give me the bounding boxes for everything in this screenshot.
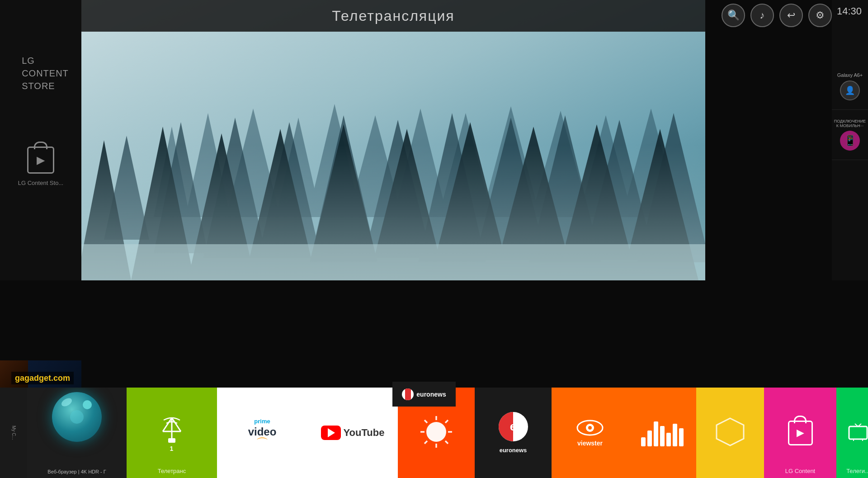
- svg-marker-18: [364, 120, 432, 258]
- svg-marker-27: [244, 129, 316, 280]
- svg-marker-23: [637, 113, 705, 262]
- svg-rect-40: [168, 438, 175, 443]
- back-button[interactable]: ↩: [779, 4, 803, 27]
- mobile-connect-icon: 📱: [840, 131, 860, 151]
- svg-marker-21: [529, 115, 601, 262]
- app-deezer[interactable]: [628, 388, 696, 478]
- viewster-icon: viewster: [576, 419, 604, 447]
- svg-marker-26: [188, 133, 255, 280]
- svg-marker-30: [429, 122, 511, 280]
- time-display: 14:30: [837, 5, 862, 17]
- sun-icon: [418, 414, 454, 452]
- svg-marker-8: [439, 113, 493, 217]
- lgcontent-label: LG Content: [764, 468, 836, 474]
- svg-marker-11: [579, 115, 633, 217]
- app-browser[interactable]: Веб-браузер | 4K HDR - Г: [27, 388, 127, 478]
- svg-marker-9: [481, 106, 540, 217]
- svg-marker-32: [556, 124, 637, 280]
- svg-marker-53: [717, 418, 744, 445]
- amazon-logo: prime video ⌒: [248, 388, 277, 478]
- app-teletranz[interactable]: 1 Телетранс: [127, 388, 217, 478]
- watermark-text: gagadget.com: [11, 372, 74, 384]
- left-sidebar: LG CONTENT STORE ▶ LG Content Sto...: [0, 0, 81, 280]
- mobile-connect-item[interactable]: ПОДКЛЮЧЕНИЕ К МОБИЛЬН··· 📱: [832, 110, 868, 160]
- svg-rect-34: [81, 145, 705, 280]
- svg-marker-28: [305, 124, 382, 280]
- svg-marker-29: [368, 129, 445, 280]
- page-title: Телетрансляция: [332, 8, 454, 24]
- svg-point-52: [588, 426, 592, 430]
- store-bag-icon: ▶: [27, 147, 54, 174]
- mychannel-label: My C...: [11, 426, 16, 440]
- euronews-circle-icon: e: [499, 412, 528, 441]
- svg-marker-33: [622, 129, 698, 280]
- device-notification[interactable]: Galaxy A6+ 👤: [832, 63, 868, 110]
- svg-rect-54: [849, 426, 867, 439]
- svg-line-49: [425, 441, 427, 444]
- svg-marker-24: [81, 140, 131, 280]
- svg-marker-14: [154, 122, 208, 253]
- app-tvlive[interactable]: Телеги...: [836, 388, 868, 478]
- search-button[interactable]: 🔍: [722, 4, 745, 27]
- back-icon: ↩: [787, 9, 795, 21]
- app-lgcontent[interactable]: ▶ LG Content: [764, 388, 836, 478]
- mobile-connect-text: ПОДКЛЮЧЕНИЕ К МОБИЛЬН···: [832, 119, 868, 128]
- app-amazon[interactable]: prime video ⌒: [217, 388, 307, 478]
- svg-marker-7: [393, 109, 448, 217]
- svg-marker-19: [418, 113, 486, 262]
- svg-marker-25: [131, 127, 194, 280]
- svg-point-41: [426, 422, 446, 442]
- device-avatar: 👤: [840, 80, 860, 100]
- top-right-controls: 🔍 ♪ ↩ ⚙: [722, 4, 832, 27]
- svg-marker-10: [531, 111, 590, 217]
- svg-line-48: [445, 420, 448, 423]
- header-bar: Телетрансляция: [81, 0, 705, 32]
- svg-marker-17: [310, 115, 377, 262]
- svg-marker-2: [185, 113, 231, 217]
- browser-label: Веб-браузер | 4K HDR - Г: [27, 469, 127, 474]
- svg-marker-5: [307, 104, 362, 217]
- geo-hexagon-icon: [714, 416, 746, 450]
- music-icon: ♪: [760, 9, 765, 21]
- music-button[interactable]: ♪: [750, 4, 774, 27]
- watermark: gagadget.com: [11, 374, 74, 383]
- euronews-popup: euronews: [392, 382, 456, 407]
- store-bag-label: LG Content Sto...: [18, 180, 63, 186]
- lg-store-icon-area[interactable]: ▶ LG Content Sto...: [18, 147, 63, 186]
- tvlive-label: Телеги...: [836, 468, 868, 474]
- euronews-popup-logo: euronews: [402, 388, 446, 400]
- svg-marker-16: [258, 122, 321, 258]
- browser-bubble: [52, 392, 102, 442]
- app-mychannel[interactable]: My C...: [0, 388, 27, 478]
- youtube-logo: YouTube: [321, 388, 385, 478]
- app-youtube[interactable]: YouTube: [307, 388, 398, 478]
- lg-content-bag-icon: ▶: [788, 421, 813, 445]
- svg-marker-1: [154, 127, 190, 217]
- euronews-popup-text: euronews: [416, 391, 446, 398]
- deezer-bars-icon: [641, 419, 684, 446]
- svg-line-47: [445, 441, 448, 444]
- svg-rect-35: [81, 244, 705, 280]
- app-euronews[interactable]: e euronews: [475, 388, 552, 478]
- svg-line-46: [425, 420, 427, 423]
- svg-marker-15: [203, 118, 267, 258]
- svg-marker-4: [276, 118, 321, 217]
- svg-marker-31: [493, 127, 574, 280]
- device-name: Galaxy A6+: [835, 72, 865, 78]
- search-icon: 🔍: [727, 9, 740, 21]
- app-viewster[interactable]: viewster: [552, 388, 628, 478]
- tv-icon: [847, 423, 868, 443]
- right-sidebar: Galaxy A6+ 👤 ПОДКЛЮЧЕНИЕ К МОБИЛЬН··· 📱: [832, 0, 868, 280]
- antenna-icon: 1: [158, 413, 185, 452]
- euronews-label: euronews: [500, 447, 527, 454]
- svg-marker-20: [475, 118, 547, 260]
- svg-marker-13: [104, 136, 149, 240]
- svg-marker-22: [583, 120, 656, 260]
- svg-rect-0: [81, 0, 705, 280]
- settings-button[interactable]: ⚙: [808, 4, 832, 27]
- settings-icon: ⚙: [816, 9, 825, 21]
- app-geo[interactable]: [696, 388, 764, 478]
- svg-marker-6: [348, 115, 402, 217]
- svg-marker-12: [622, 109, 680, 217]
- svg-marker-3: [226, 109, 280, 217]
